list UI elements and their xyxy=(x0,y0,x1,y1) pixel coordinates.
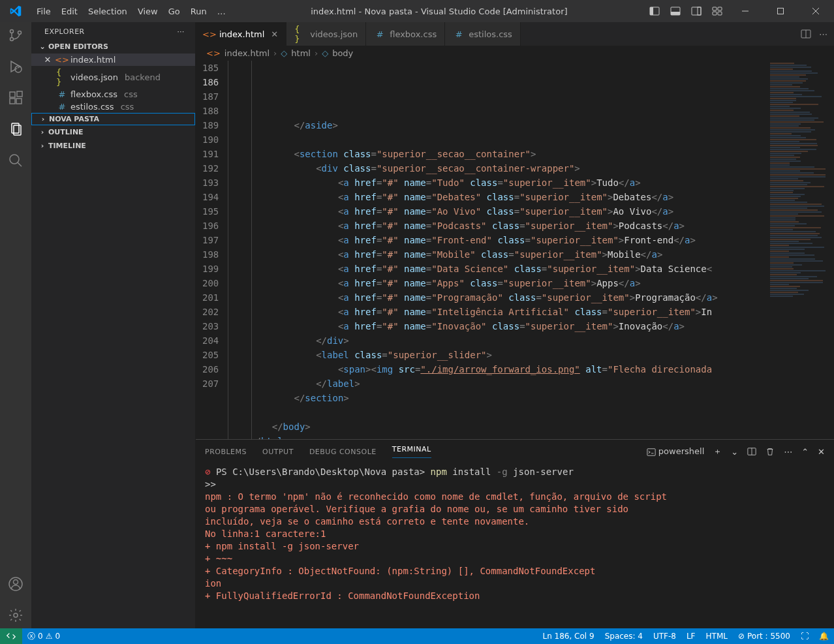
vscode-logo-icon xyxy=(0,5,31,17)
file-icon: <> xyxy=(204,29,215,39)
tab-label: index.html xyxy=(219,29,264,39)
menu-file[interactable]: File xyxy=(31,4,56,19)
remote-indicator[interactable] xyxy=(0,628,22,644)
kill-terminal-icon[interactable] xyxy=(765,447,775,456)
explorer-sidebar: EXPLORER ⋯ ⌄ OPEN EDITORS ✕<>index.html{… xyxy=(31,22,196,628)
symbol-icon: ◇ xyxy=(281,48,287,58)
tab-label: flexbox.css xyxy=(390,29,437,39)
menu-run[interactable]: Run xyxy=(185,4,212,19)
close-editor-icon[interactable]: ✕ xyxy=(42,55,54,65)
open-editors-section[interactable]: ⌄ OPEN EDITORS xyxy=(31,40,195,54)
menu-view[interactable]: View xyxy=(132,4,163,19)
terminal-shell-label[interactable]: powershell xyxy=(647,446,705,457)
menu-go[interactable]: Go xyxy=(163,4,185,19)
file-name: estilos.css xyxy=(70,102,114,112)
breadcrumb[interactable]: <> index.html › ◇ html › ◇ body xyxy=(196,46,834,61)
panel-tab-terminal[interactable]: TERMINAL xyxy=(392,445,431,458)
svg-rect-7 xyxy=(718,7,722,10)
svg-rect-4 xyxy=(692,7,701,15)
explorer-more-icon[interactable]: ⋯ xyxy=(178,27,185,36)
status-live-server[interactable]: ⊘ Port : 5500 xyxy=(733,632,795,641)
svg-rect-3 xyxy=(671,12,680,15)
more-actions-icon[interactable]: ⋯ xyxy=(819,29,827,39)
editor-tab[interactable]: #estilos.css xyxy=(445,22,521,46)
source-control-icon[interactable] xyxy=(8,27,23,43)
search-icon[interactable] xyxy=(8,153,23,168)
new-terminal-icon[interactable]: ＋ xyxy=(713,446,722,457)
maximize-button[interactable] xyxy=(766,0,795,22)
chevron-right-icon: › xyxy=(37,128,48,136)
open-editor-item[interactable]: ✕<>index.html xyxy=(31,54,195,66)
toggle-panel-icon[interactable] xyxy=(668,4,683,18)
svg-rect-19 xyxy=(10,99,15,104)
breadcrumb-html[interactable]: html xyxy=(291,48,311,58)
status-bar: ⓧ0 ⚠0 Ln 186, Col 9 Spaces: 4 UTF-8 LF H… xyxy=(0,628,834,644)
close-panel-icon[interactable]: ✕ xyxy=(818,447,825,457)
menu-edit[interactable]: Edit xyxy=(56,4,83,19)
open-editor-item[interactable]: { }videos.jsonbackend xyxy=(31,66,195,88)
minimap[interactable] xyxy=(769,61,834,439)
run-and-debug-icon[interactable] xyxy=(8,59,23,74)
code-editor[interactable]: 1851861871881891901911921931941951961971… xyxy=(196,61,834,439)
status-language[interactable]: HTML xyxy=(701,632,733,641)
svg-point-14 xyxy=(10,30,14,33)
chevron-right-icon: › xyxy=(37,115,49,123)
maximize-panel-icon[interactable]: ⌃ xyxy=(801,447,809,457)
file-icon: { } xyxy=(56,67,68,87)
panel-tab-debug[interactable]: DEBUG CONSOLE xyxy=(309,448,377,456)
toggle-secondary-sidebar-icon[interactable] xyxy=(689,4,703,18)
code-content[interactable]: </aside> <section class="superior__secao… xyxy=(228,61,769,439)
file-icon: # xyxy=(56,102,68,112)
extensions-icon[interactable] xyxy=(8,90,23,106)
folder-section[interactable]: › NOVA PASTA xyxy=(31,113,195,125)
editor-tabs: <>index.html✕{ }videos.json#flexbox.css#… xyxy=(196,22,834,46)
customize-layout-icon[interactable] xyxy=(710,4,724,18)
editor-tab[interactable]: #flexbox.css xyxy=(366,22,445,46)
status-bell-icon[interactable]: 🔔 xyxy=(814,632,834,641)
explorer-title: EXPLORER xyxy=(44,27,85,36)
svg-rect-8 xyxy=(713,12,717,15)
breadcrumb-body[interactable]: body xyxy=(332,48,353,58)
svg-point-24 xyxy=(10,155,19,164)
file-name: index.html xyxy=(70,55,116,65)
status-feedback-icon[interactable]: ⛶ xyxy=(795,632,814,641)
status-spaces[interactable]: Spaces: 4 xyxy=(600,632,648,641)
close-button[interactable] xyxy=(801,0,830,22)
svg-rect-5 xyxy=(698,7,701,15)
menu-more[interactable]: … xyxy=(212,4,231,19)
svg-point-15 xyxy=(10,38,14,41)
svg-point-27 xyxy=(14,580,18,585)
minimize-button[interactable] xyxy=(731,0,760,22)
explorer-icon[interactable] xyxy=(8,121,23,137)
panel-more-icon[interactable]: ⋯ xyxy=(784,447,792,457)
settings-gear-icon[interactable] xyxy=(8,607,23,623)
panel-tab-problems[interactable]: PROBLEMS xyxy=(205,448,247,456)
open-editor-item[interactable]: #estilos.csscss xyxy=(31,100,195,113)
panel-tab-output[interactable]: OUTPUT xyxy=(262,448,294,456)
svg-rect-18 xyxy=(10,92,15,97)
status-line-col[interactable]: Ln 186, Col 9 xyxy=(537,632,599,641)
outline-section[interactable]: › OUTLINE xyxy=(31,125,195,139)
split-terminal-icon[interactable] xyxy=(747,447,756,456)
open-editor-item[interactable]: #flexbox.csscss xyxy=(31,88,195,100)
status-errors[interactable]: ⓧ0 ⚠0 xyxy=(22,631,65,642)
terminal-content[interactable]: ⊘ PS C:\Users\Brando\Desktop\Nova pasta>… xyxy=(196,463,834,628)
timeline-section[interactable]: › TIMELINE xyxy=(31,139,195,153)
chevron-down-icon: ⌄ xyxy=(37,42,48,51)
accounts-icon[interactable] xyxy=(8,576,23,592)
toggle-primary-sidebar-icon[interactable] xyxy=(647,4,662,18)
file-icon: <> xyxy=(206,48,221,58)
split-editor-icon[interactable] xyxy=(801,29,811,39)
close-tab-icon[interactable]: ✕ xyxy=(271,29,278,39)
error-dot-icon: ⊘ xyxy=(205,467,210,477)
editor-tab[interactable]: <>index.html✕ xyxy=(196,22,286,46)
file-path-hint: css xyxy=(121,102,134,112)
status-eol[interactable]: LF xyxy=(681,632,701,641)
breadcrumb-file[interactable]: index.html xyxy=(224,48,270,58)
bottom-panel: PROBLEMS OUTPUT DEBUG CONSOLE TERMINAL p… xyxy=(196,439,834,628)
menu-selection[interactable]: Selection xyxy=(83,4,132,19)
status-encoding[interactable]: UTF-8 xyxy=(648,632,681,641)
editor-tab[interactable]: { }videos.json xyxy=(286,22,366,46)
terminal-dropdown-icon[interactable]: ⌄ xyxy=(731,447,738,457)
svg-point-28 xyxy=(14,613,18,617)
